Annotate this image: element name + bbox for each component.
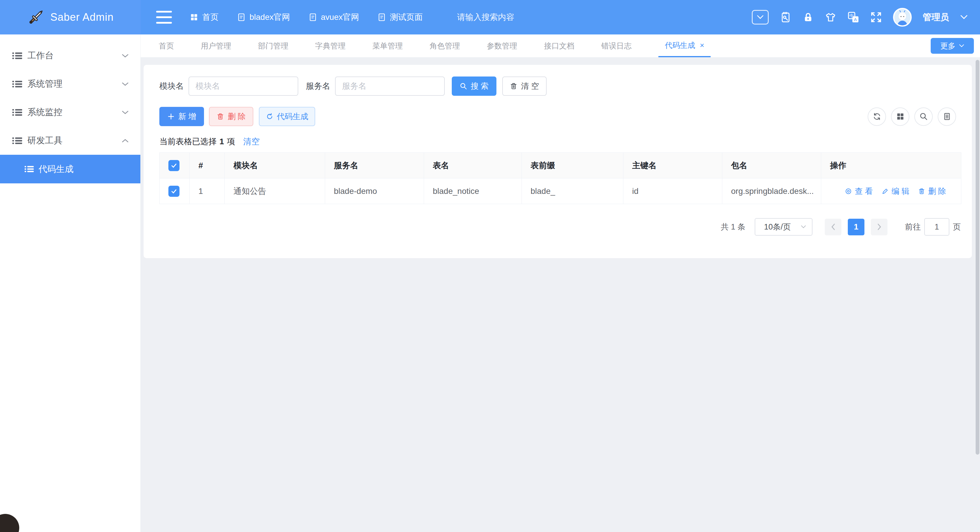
fullscreen-icon[interactable] <box>870 11 882 23</box>
col-module: 模块名 <box>225 153 325 178</box>
toolbar-icon-buttons <box>868 107 956 126</box>
col-actions: 操作 <box>821 153 961 178</box>
app-title: Saber Admin <box>50 11 113 23</box>
logo-area: Saber Admin <box>0 0 141 35</box>
page-size-select[interactable]: 10条/页 <box>755 218 813 236</box>
page-unit-label: 页 <box>953 221 961 232</box>
add-button[interactable]: 新 增 <box>159 107 204 126</box>
sidebar-item-system-mgmt[interactable]: 系统管理 <box>0 70 140 98</box>
header-right: 中 A <box>752 8 968 27</box>
selection-count: 1 <box>220 137 224 146</box>
row-checkbox[interactable] <box>169 186 180 197</box>
col-service: 服务名 <box>325 153 424 178</box>
table-row: 1 通知公告 blade-demo blade_notice blade_ id… <box>160 178 961 204</box>
clear-selection-link[interactable]: 清空 <box>243 136 260 147</box>
table-toolbar: 新 增 删 除 代码生成 <box>159 107 961 126</box>
tab-menu-mgmt[interactable]: 菜单管理 <box>372 35 403 57</box>
sidebar-item-workbench[interactable]: 工作台 <box>0 41 140 70</box>
lock-icon[interactable] <box>803 11 814 23</box>
user-name[interactable]: 管理员 <box>923 11 949 23</box>
page-1-button[interactable]: 1 <box>848 219 864 235</box>
col-index: # <box>190 153 225 178</box>
clear-button[interactable]: 清 空 <box>502 76 547 96</box>
search-button[interactable]: 搜 索 <box>452 76 496 96</box>
col-primary-key: 主键名 <box>624 153 722 178</box>
nav-test-page[interactable]: 测试页面 <box>378 12 423 23</box>
header-search <box>457 13 580 22</box>
tab-user-mgmt[interactable]: 用户管理 <box>201 35 231 57</box>
header-main: 首页 bladex官网 avuex官 <box>141 0 980 35</box>
service-label: 服务名 <box>306 81 330 92</box>
cell-primary-key: id <box>624 178 722 204</box>
tab-api-docs[interactable]: 接口文档 <box>544 35 574 57</box>
top-menu-toggle-button[interactable] <box>752 10 769 24</box>
cell-index: 1 <box>190 178 225 204</box>
trash-icon <box>918 188 925 195</box>
workorder-icon[interactable] <box>780 11 791 23</box>
theme-shirt-icon[interactable] <box>825 12 837 23</box>
language-icon[interactable]: 中 A <box>848 11 859 23</box>
select-all-checkbox[interactable] <box>169 160 180 171</box>
tab-error-log[interactable]: 错误日志 <box>601 35 632 57</box>
chevron-down-icon <box>122 53 129 58</box>
tab-dict-mgmt[interactable]: 字典管理 <box>315 35 345 57</box>
list-icon <box>12 137 22 145</box>
document-icon <box>378 13 386 21</box>
goto-page-input[interactable] <box>924 218 949 236</box>
user-chevron-down-icon[interactable] <box>960 14 968 20</box>
refresh-icon-button[interactable] <box>868 107 886 126</box>
log-icon-button[interactable] <box>938 107 956 126</box>
vertical-scrollbar[interactable] <box>975 60 979 455</box>
view-link[interactable]: 查 看 <box>845 186 873 196</box>
list-icon <box>12 52 22 60</box>
codegen-button[interactable]: 代码生成 <box>259 107 315 126</box>
more-button[interactable]: 更多 <box>931 38 974 54</box>
goto-label: 前往 <box>905 221 921 232</box>
row-actions: 查 看 编 辑 <box>830 186 961 196</box>
nav-avuex-site[interactable]: avuex官网 <box>309 12 359 23</box>
cell-module: 通知公告 <box>225 178 325 204</box>
menu-collapse-icon[interactable] <box>156 11 172 24</box>
nav-bladex-site[interactable]: bladex官网 <box>237 12 290 23</box>
delete-button[interactable]: 删 除 <box>209 107 253 126</box>
nav-home[interactable]: 首页 <box>190 12 219 23</box>
column-settings-icon-button[interactable] <box>891 107 909 126</box>
chevron-up-icon <box>122 139 129 143</box>
cell-table-prefix: blade_ <box>522 178 624 204</box>
col-table-prefix: 表前缀 <box>522 153 624 178</box>
sidebar-item-code-generation[interactable]: 代码生成 <box>0 155 140 183</box>
list-icon <box>24 165 34 173</box>
search-icon <box>460 82 467 90</box>
chevron-down-icon <box>959 44 964 48</box>
total-count: 共 1 条 <box>721 221 745 232</box>
tab-home[interactable]: 首页 <box>159 35 174 57</box>
tab-code-generation[interactable]: 代码生成 × <box>659 35 711 57</box>
tab-param-mgmt[interactable]: 参数管理 <box>487 35 517 57</box>
chevron-down-icon <box>757 15 764 19</box>
sidebar-item-dev-tools[interactable]: 研发工具 <box>0 126 140 155</box>
prev-page-button[interactable] <box>825 219 842 235</box>
document-icon <box>309 13 317 21</box>
next-page-button[interactable] <box>871 219 888 235</box>
app-root: Saber Admin 首页 <box>0 0 980 532</box>
close-icon[interactable]: × <box>700 41 704 49</box>
content-card: 模块名 服务名 搜 索 清 空 <box>143 65 972 258</box>
service-input[interactable] <box>335 76 445 96</box>
eye-icon <box>845 188 852 195</box>
header: Saber Admin 首页 <box>0 0 980 35</box>
trash-icon <box>510 82 517 90</box>
module-input[interactable] <box>189 76 298 96</box>
tab-bar: 首页 用户管理 部门管理 字典管理 菜单管理 角色管理 参数管理 接口文档 错误… <box>141 35 980 57</box>
trash-icon <box>216 113 224 120</box>
selection-info: 当前表格已选择 1 项 清空 <box>159 137 961 147</box>
tab-dept-mgmt[interactable]: 部门管理 <box>258 35 288 57</box>
tab-role-mgmt[interactable]: 角色管理 <box>430 35 460 57</box>
avatar[interactable] <box>893 8 912 27</box>
data-table: # 模块名 服务名 表名 表前缀 主键名 包名 操作 <box>159 153 961 204</box>
sidebar-item-system-monitor[interactable]: 系统监控 <box>0 98 140 126</box>
edit-link[interactable]: 编 辑 <box>881 186 910 196</box>
header-search-input[interactable] <box>457 13 580 22</box>
search-icon-button[interactable] <box>914 107 933 126</box>
document-icon <box>237 13 245 21</box>
delete-link[interactable]: 删 除 <box>918 186 946 196</box>
